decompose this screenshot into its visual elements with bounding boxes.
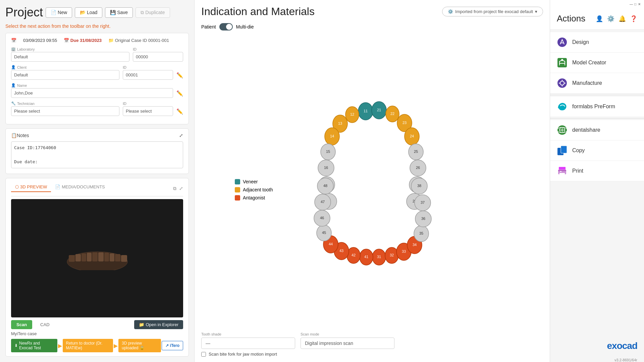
load-icon: 📂: [80, 10, 86, 15]
tooth-24[interactable]: 24: [405, 128, 419, 145]
technician-edit-icon[interactable]: ✏️: [176, 108, 183, 116]
antagonist-label: Antagonist: [243, 195, 265, 200]
action-item-copy[interactable]: Copy: [550, 140, 644, 161]
open-explorer-button[interactable]: 📁 Open in Explorer: [134, 320, 183, 329]
veneer-label: Veneer: [243, 179, 258, 184]
scan-button[interactable]: Scan: [11, 320, 32, 329]
duplicate-button[interactable]: ⧉ Duplicate: [136, 7, 170, 18]
action-item-formlabs[interactable]: formlabs PreForm: [550, 97, 644, 117]
tooth-47[interactable]: 47: [315, 194, 331, 210]
external-link-icon: ↗: [165, 343, 169, 348]
tab-media-documents[interactable]: 📄 MEDIA/DOCUMENTS: [51, 182, 109, 192]
svg-text:25: 25: [414, 149, 418, 154]
maximize-button[interactable]: □: [633, 2, 637, 6]
action-item-print[interactable]: Print: [550, 161, 644, 181]
name-label: 👤 Name: [11, 83, 173, 87]
preview-controls: Scan CAD 📁 Open in Explorer: [11, 320, 183, 329]
cad-button[interactable]: CAD: [35, 320, 55, 329]
bottom-selects: Tooth shade — Scan mode Digital impressi…: [201, 332, 543, 349]
technician-icon: 🔧: [11, 101, 16, 106]
svg-rect-85: [560, 171, 561, 172]
svg-text:15: 15: [326, 149, 330, 154]
tooth-48[interactable]: 48: [317, 178, 333, 194]
tooth-shade-group: Tooth shade —: [201, 332, 295, 349]
exocad-logo: exocad: [550, 334, 644, 358]
laboratory-select[interactable]: Default: [11, 52, 129, 62]
wf-arrow-2: ▶: [114, 343, 118, 349]
name-select[interactable]: John,Doe: [11, 88, 173, 98]
case-name-label: MyiTero case: [11, 331, 183, 336]
help-icon[interactable]: ❓: [630, 15, 637, 22]
client-id-select[interactable]: 00001: [123, 70, 173, 80]
close-button[interactable]: ✕: [637, 2, 641, 6]
svg-text:48: 48: [323, 184, 327, 188]
laboratory-id-select[interactable]: 00000: [133, 52, 183, 62]
model-creator-icon: [557, 57, 568, 68]
scan-mode-select[interactable]: Digital impression scan: [301, 338, 394, 349]
tooth-22[interactable]: 22: [386, 106, 399, 122]
svg-rect-2: [75, 254, 81, 261]
name-edit-icon[interactable]: ✏️: [176, 90, 183, 98]
preview-windowed-icon[interactable]: ⧉: [173, 186, 176, 191]
action-item-dentalshare[interactable]: dentalshare: [550, 120, 644, 140]
wf-step-1[interactable]: ⬇ NewRx and Exocad Test: [11, 339, 57, 352]
preview-card: ⬡ 3D PREVIEW 📄 MEDIA/DOCUMENTS ⧉ ⤢: [5, 178, 189, 357]
client-id-group: ID 00001: [123, 65, 173, 80]
action-item-manufacture[interactable]: Manufacture: [550, 73, 644, 94]
tooth-45[interactable]: 45: [317, 225, 331, 241]
tooth-12[interactable]: 12: [345, 107, 359, 123]
wf-step-3[interactable]: 3D preview uploaded 🔒: [118, 339, 161, 352]
notification-icon[interactable]: 🔔: [619, 15, 626, 22]
tooth-38[interactable]: 38: [411, 178, 427, 194]
notes-title: Notes: [17, 133, 29, 138]
chevron-down-icon: ▾: [535, 9, 537, 14]
load-button[interactable]: 📂 Load: [75, 7, 102, 18]
tooth-25[interactable]: 25: [409, 144, 423, 160]
tooth-46[interactable]: 46: [314, 210, 330, 226]
tooth-31[interactable]: 31: [372, 249, 386, 265]
svg-text:16: 16: [324, 166, 328, 170]
import-button[interactable]: ⚙️ Imported from project file exocad def…: [442, 7, 543, 16]
svg-text:22: 22: [390, 112, 394, 116]
patient-toggle[interactable]: [219, 23, 233, 31]
new-button[interactable]: 📄 New: [46, 7, 72, 18]
tooth-15[interactable]: 15: [321, 144, 335, 160]
save-button[interactable]: 💾 Save: [105, 7, 133, 18]
action-item-design[interactable]: Design: [550, 32, 644, 53]
svg-rect-10: [121, 255, 127, 262]
tooth-35[interactable]: 35: [414, 226, 429, 242]
action-item-model-creator[interactable]: Model Creator: [550, 53, 644, 73]
tooth-14[interactable]: 14: [325, 128, 339, 145]
tooth-shade-select[interactable]: —: [201, 338, 295, 349]
svg-text:46: 46: [320, 216, 324, 220]
user-icon[interactable]: 👤: [596, 15, 603, 22]
minimize-button[interactable]: —: [629, 2, 633, 6]
notes-textarea[interactable]: Case ID:17764060 Due date:: [11, 141, 183, 168]
duplicate-icon: ⧉: [141, 10, 144, 15]
tooth-41[interactable]: 41: [360, 249, 373, 265]
project-title: Project: [5, 5, 43, 19]
wf-itero-btn[interactable]: ↗ iTero: [162, 341, 183, 350]
tooth-37[interactable]: 37: [415, 195, 431, 211]
tooth-36[interactable]: 36: [415, 211, 431, 227]
svg-text:21: 21: [377, 108, 381, 112]
notes-header: 📋 Notes ⤢: [11, 133, 183, 138]
svg-text:38: 38: [417, 184, 421, 188]
tooth-11[interactable]: 11: [358, 103, 373, 120]
expand-notes-icon[interactable]: ⤢: [179, 133, 183, 138]
tooth-26[interactable]: 26: [410, 160, 426, 176]
wf-step-2[interactable]: Return to doctor (Dr. MATIEw): [63, 339, 113, 352]
tab-3d-preview[interactable]: ⬡ 3D PREVIEW: [11, 182, 51, 192]
scan-bite-checkbox[interactable]: [201, 352, 206, 357]
technician-id-select[interactable]: Please select: [123, 106, 173, 116]
svg-rect-9: [115, 254, 120, 261]
doc-icon: 📄: [55, 184, 60, 189]
preview-expand-icon[interactable]: ⤢: [179, 186, 183, 191]
technician-select[interactable]: Please select: [11, 106, 119, 116]
laboratory-row: 🏢 Laboratory Default ID 00000: [11, 47, 183, 62]
settings-icon[interactable]: ⚙️: [607, 15, 614, 22]
client-edit-icon[interactable]: ✏️: [176, 72, 183, 80]
client-select[interactable]: Default: [11, 70, 119, 80]
tooth-21[interactable]: 21: [372, 102, 386, 119]
tooth-16[interactable]: 16: [318, 160, 334, 176]
